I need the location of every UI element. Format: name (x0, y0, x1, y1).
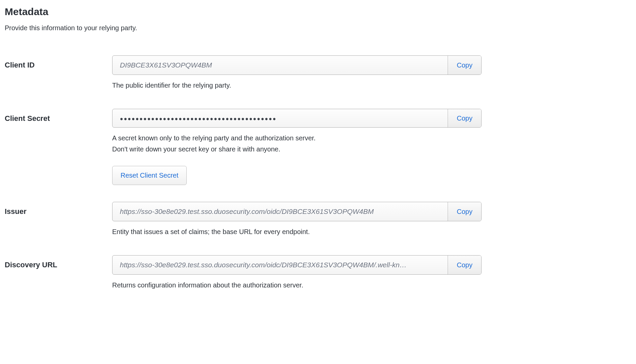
field-row-client-id: Client ID Copy The public identifier for… (5, 55, 631, 92)
discovery-url-input[interactable] (112, 256, 448, 274)
section-description: Provide this information to your relying… (5, 24, 631, 32)
issuer-help: Entity that issues a set of claims; the … (112, 228, 482, 236)
discovery-url-content: Copy Returns configuration information a… (112, 255, 482, 292)
discovery-url-input-group: Copy (112, 255, 482, 275)
issuer-content: Copy Entity that issues a set of claims;… (112, 202, 482, 238)
client-id-label: Client ID (5, 55, 112, 70)
issuer-input[interactable] (112, 202, 448, 221)
client-id-input-group: Copy (112, 55, 482, 75)
discovery-url-help: Returns configuration information about … (112, 281, 482, 289)
discovery-url-label: Discovery URL (5, 255, 112, 269)
issuer-label: Issuer (5, 202, 112, 216)
client-secret-input[interactable] (112, 109, 448, 127)
client-secret-help-2: Don't write down your secret key or shar… (112, 145, 482, 153)
field-row-discovery-url: Discovery URL Copy Returns configuration… (5, 255, 631, 292)
client-secret-input-group: Copy (112, 109, 482, 128)
field-row-issuer: Issuer Copy Entity that issues a set of … (5, 202, 631, 238)
client-secret-help-1: A secret known only to the relying party… (112, 134, 482, 142)
client-id-input[interactable] (112, 56, 448, 75)
client-secret-copy-button[interactable]: Copy (448, 109, 481, 127)
issuer-copy-button[interactable]: Copy (448, 202, 481, 221)
client-id-content: Copy The public identifier for the relyi… (112, 55, 482, 92)
discovery-url-copy-button[interactable]: Copy (448, 256, 481, 274)
client-id-copy-button[interactable]: Copy (448, 56, 481, 75)
client-id-help: The public identifier for the relying pa… (112, 82, 482, 89)
section-title: Metadata (5, 6, 631, 17)
reset-client-secret-button[interactable]: Reset Client Secret (112, 166, 187, 185)
client-secret-content: Copy A secret known only to the relying … (112, 109, 482, 185)
client-secret-label: Client Secret (5, 109, 112, 123)
field-row-client-secret: Client Secret Copy A secret known only t… (5, 109, 631, 185)
issuer-input-group: Copy (112, 202, 482, 221)
